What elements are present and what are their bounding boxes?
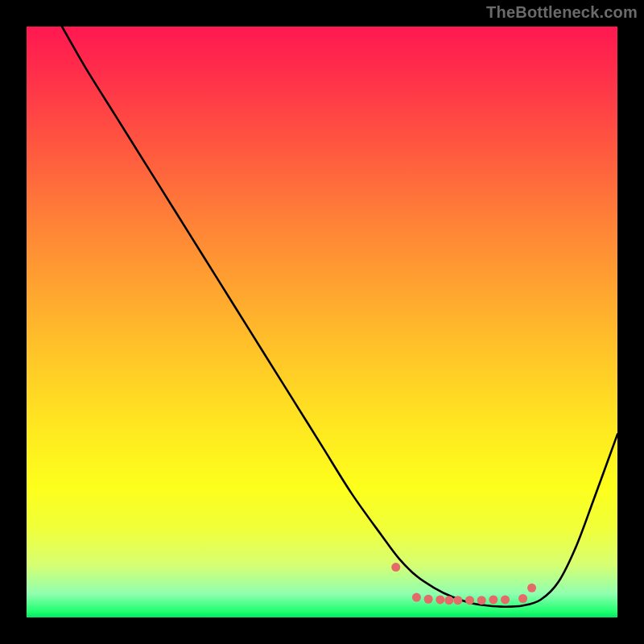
bottleneck-curve <box>62 27 617 607</box>
marker-dot <box>444 596 453 605</box>
chart-svg <box>27 27 617 617</box>
marker-dot <box>518 594 527 603</box>
marker-dot <box>412 593 421 602</box>
marker-dot <box>501 595 510 604</box>
marker-dot <box>527 584 536 592</box>
marker-dot <box>391 563 400 572</box>
marker-dot <box>453 596 462 605</box>
marker-dot <box>465 596 474 605</box>
marker-dot <box>489 595 497 604</box>
chart-frame <box>27 27 617 617</box>
optimal-range-markers <box>391 563 536 605</box>
marker-dot <box>424 595 433 604</box>
watermark-text: TheBottleneck.com <box>486 3 638 22</box>
marker-dot <box>477 596 486 605</box>
marker-dot <box>436 595 444 604</box>
